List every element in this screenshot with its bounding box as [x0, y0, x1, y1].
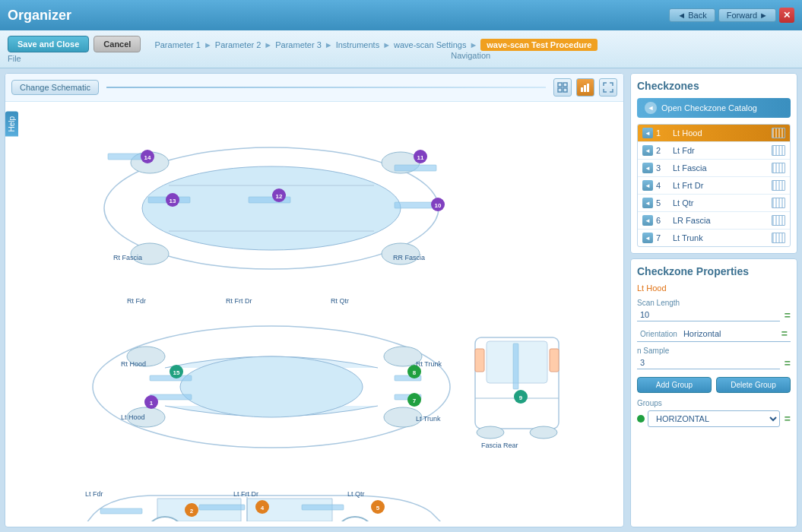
file-actions: Save and Close Cancel File — [8, 36, 141, 63]
svg-text:RR Fascia: RR Fascia — [393, 254, 425, 261]
cz-num-7: 7 — [656, 233, 668, 242]
properties-subtitle: Lt Hood — [637, 283, 791, 293]
orientation-eq: = — [781, 328, 788, 340]
checkzone-item-2[interactable]: ◄ 2 Lt Fdr — [638, 142, 790, 160]
breadcrumb-param3[interactable]: Parameter 3 — [275, 40, 322, 49]
title-bar-controls: ◄ Back Forward ► ✕ — [669, 8, 794, 23]
svg-text:1: 1 — [150, 400, 154, 407]
breadcrumb-instruments[interactable]: Instruments — [336, 40, 379, 49]
delete-group-button[interactable]: Delete Group — [716, 377, 791, 393]
close-button[interactable]: ✕ — [779, 8, 794, 23]
svg-rect-67 — [302, 505, 344, 510]
checkzone-item-5[interactable]: ◄ 5 Lt Qtr — [638, 195, 790, 212]
cz-num-1: 1 — [656, 128, 668, 138]
checkzone-item-1[interactable]: ◄ 1 Lt Hood — [638, 125, 790, 142]
sep1: ► — [204, 40, 212, 49]
breadcrumb: Parameter 1 ► Parameter 2 ► Parameter 3 … — [154, 39, 794, 51]
nsample-label: n Sample — [637, 347, 791, 355]
cz-grid-7 — [772, 233, 785, 243]
cz-name-2: Lt Fdr — [673, 146, 695, 155]
svg-point-8 — [142, 166, 401, 250]
title-bar: Organizer ◄ Back Forward ► ✕ — [0, 0, 802, 30]
open-catalog-label: Open Checkzone Catalog — [661, 103, 757, 112]
schematic-toolbar: Change Schematic — [5, 74, 623, 102]
svg-text:Fascia Rear: Fascia Rear — [481, 442, 518, 449]
layout-icon — [557, 82, 568, 93]
svg-text:Rt Qtr: Rt Qtr — [331, 297, 349, 305]
checkzone-item-7[interactable]: ◄ 7 Lt Trunk — [638, 230, 790, 246]
cz-grid-4 — [772, 180, 785, 191]
cz-arrow-7: ◄ — [642, 233, 653, 243]
nsample-input[interactable] — [637, 356, 780, 369]
breadcrumb-param1[interactable]: Parameter 1 — [154, 40, 201, 49]
svg-rect-5 — [584, 85, 586, 92]
nav-label: Navigation — [147, 51, 794, 60]
bar-chart-icon-btn[interactable] — [576, 78, 594, 97]
scan-length-input[interactable] — [637, 309, 780, 321]
svg-text:8: 8 — [413, 369, 417, 376]
save-close-button[interactable]: Save and Close — [8, 36, 89, 52]
checkzone-item-3[interactable]: ◄ 3 Lt Fascia — [638, 160, 790, 177]
add-group-button[interactable]: Add Group — [637, 377, 712, 393]
svg-rect-2 — [558, 88, 562, 92]
breadcrumb-wavescan-test[interactable]: wave-scan Test Procedure — [480, 39, 598, 51]
svg-rect-86 — [475, 349, 484, 372]
breadcrumb-param2[interactable]: Parameter 2 — [215, 40, 262, 49]
cz-num-4: 4 — [656, 181, 668, 190]
scan-length-eq: = — [785, 309, 791, 321]
app-title: Organizer — [8, 8, 71, 24]
expand-icon-btn[interactable] — [599, 78, 617, 97]
bar-chart-icon — [580, 82, 591, 93]
cz-grid-5 — [772, 198, 785, 208]
change-schematic-button[interactable]: Change Schematic — [11, 80, 99, 95]
checkzone-list[interactable]: ◄ 1 Lt Hood ◄ 2 Lt Fdr ◄ 3 Lt Fascia — [637, 124, 791, 247]
cz-arrow-2: ◄ — [642, 145, 653, 156]
svg-rect-64 — [100, 508, 142, 514]
svg-text:Lt Fdr: Lt Fdr — [85, 490, 103, 498]
forward-button[interactable]: Forward ► — [718, 8, 776, 22]
back-button[interactable]: ◄ Back — [669, 8, 715, 22]
cz-grid-1 — [772, 128, 785, 138]
svg-text:5: 5 — [376, 505, 380, 511]
svg-rect-6 — [587, 84, 589, 92]
svg-text:Rt Fdr: Rt Fdr — [127, 297, 146, 305]
svg-rect-19 — [395, 202, 436, 208]
cz-grid-2 — [772, 145, 785, 156]
properties-section: Checkzone Properties Lt Hood Scan Length… — [630, 258, 797, 527]
layout-icon-btn[interactable] — [553, 78, 572, 97]
cz-name-4: Lt Frt Dr — [673, 181, 703, 190]
checkzones-title: Checkzones — [637, 80, 791, 92]
breadcrumb-wavescan-settings[interactable]: wave-scan Settings — [394, 40, 466, 49]
svg-text:Rt Hood: Rt Hood — [121, 360, 146, 368]
cz-grid-3 — [772, 163, 785, 173]
schematic-panel: Help Change Schematic — [5, 73, 624, 527]
svg-text:Rt Fascia: Rt Fascia — [113, 254, 142, 261]
cz-num-3: 3 — [656, 163, 668, 173]
cancel-button[interactable]: Cancel — [94, 36, 141, 52]
main-content: Help Change Schematic — [0, 68, 802, 532]
svg-rect-1 — [563, 83, 567, 87]
catalog-icon: ◄ — [645, 102, 657, 114]
sep2: ► — [264, 40, 272, 49]
sep4: ► — [382, 40, 391, 49]
orientation-value: Horizontal — [683, 329, 721, 338]
sep5: ► — [469, 40, 477, 49]
open-catalog-button[interactable]: ◄ Open Checkzone Catalog — [637, 98, 791, 118]
right-panel: Checkzones ◄ Open Checkzone Catalog ◄ 1 … — [630, 73, 797, 527]
svg-text:9: 9 — [519, 394, 523, 401]
help-tab[interactable]: Help — [5, 112, 18, 137]
svg-text:Rt Frt Dr: Rt Frt Dr — [226, 297, 252, 305]
groups-select[interactable]: HORIZONTAL — [648, 410, 780, 427]
toolbar-divider — [106, 87, 546, 88]
svg-rect-4 — [581, 87, 583, 92]
svg-rect-0 — [558, 83, 562, 87]
checkzone-item-6[interactable]: ◄ 6 LR Fascia — [638, 212, 790, 230]
orientation-field: Orientation Horizontal = — [637, 326, 791, 342]
cz-num-5: 5 — [656, 198, 668, 207]
svg-text:2: 2 — [190, 508, 194, 515]
svg-text:11: 11 — [417, 154, 424, 161]
svg-text:15: 15 — [173, 369, 180, 376]
cz-num-2: 2 — [656, 146, 668, 155]
scan-length-label: Scan Length — [637, 299, 791, 307]
checkzone-item-4[interactable]: ◄ 4 Lt Frt Dr — [638, 177, 790, 195]
